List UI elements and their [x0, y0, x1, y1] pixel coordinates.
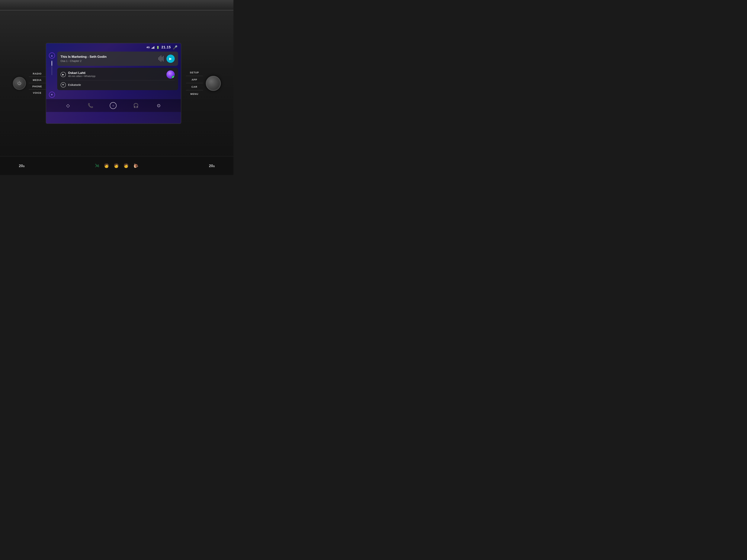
climate-bar: 20₀ 🌬 🧑 🧑 🧑 🐌 20₀ — [0, 156, 233, 175]
message-play-button[interactable]: ▶ — [61, 72, 66, 77]
signal-icon — [152, 46, 154, 49]
play-button[interactable]: ▶ — [166, 55, 175, 63]
left-knob-area — [13, 77, 29, 90]
message-sender: Oskari Lahti — [68, 71, 164, 75]
home-circle: ○ — [112, 104, 114, 107]
microphone-icon[interactable]: 🎤 — [173, 45, 178, 50]
seat-heat-passenger-icon[interactable]: 🧑 — [114, 163, 119, 168]
now-playing-info: This Is Marketing - Seth Godin Osa 1 - C… — [61, 55, 155, 62]
whatsapp-badge: ✓ — [172, 76, 175, 79]
message-info: Oskari Lahti 48 min sitten • WhatsApp — [68, 71, 164, 78]
media-button[interactable]: MEDIA — [29, 77, 46, 83]
fan-icon[interactable]: 🌬 — [95, 163, 99, 168]
setup-button[interactable]: SETUP — [186, 69, 203, 76]
wave-bar — [162, 57, 162, 61]
top-bezel — [0, 0, 233, 10]
dashboard: RADIO MEDIA PHONE VOICE 4G 🔋 — [0, 0, 233, 175]
car-unit: RADIO MEDIA PHONE VOICE 4G 🔋 — [0, 10, 233, 156]
headphones-icon[interactable]: 🎧 — [132, 101, 140, 110]
signal-bar-3 — [153, 47, 154, 49]
preview-eye-icon: 👁 — [61, 82, 66, 87]
scroll-down-area: ▼ — [46, 90, 181, 99]
infotainment-screen: 4G 🔋 21.15 🎤 ▲ — [46, 43, 181, 124]
phone-button[interactable]: PHONE — [29, 84, 46, 89]
cards-area: This Is Marketing - Seth Godin Osa 1 - C… — [57, 52, 178, 90]
left-nav: RADIO MEDIA PHONE VOICE — [29, 71, 46, 96]
volume-knob-right[interactable] — [206, 76, 221, 91]
contact-avatar: ✓ — [166, 70, 175, 79]
screen-content: ▲ This Is Marketing - Seth Godin Osa 1 -… — [46, 52, 181, 90]
phone-nav-icon[interactable]: 📞 — [86, 101, 95, 110]
network-indicator: 4G — [147, 46, 150, 49]
power-knob-left[interactable] — [13, 77, 26, 90]
wave-bar — [159, 56, 160, 61]
wave-bar — [163, 56, 163, 61]
right-nav: SETUP APP CAR MENU — [186, 69, 203, 97]
home-icon[interactable]: ○ — [110, 102, 117, 109]
message-row: ▶ Oskari Lahti 48 min sitten • WhatsApp … — [61, 70, 175, 79]
now-playing-card[interactable]: This Is Marketing - Seth Godin Osa 1 - C… — [57, 52, 178, 66]
right-temperature[interactable]: 20₀ — [209, 163, 215, 168]
status-bar: 4G 🔋 21.15 🎤 — [46, 43, 181, 52]
navigation-icon[interactable]: ◇ — [65, 101, 71, 110]
bottom-nav-bar: ◇ 📞 ○ 🎧 ⊙ — [46, 99, 181, 112]
battery-icon: 🔋 — [156, 46, 159, 49]
signal-bar-1 — [152, 48, 152, 49]
waveform-visualization — [158, 55, 163, 62]
signal-bar-2 — [152, 47, 153, 49]
rear-passenger-icon[interactable]: 🧑 — [124, 163, 129, 168]
wave-bar — [161, 55, 161, 62]
preview-row: 👁 Esikatsele — [61, 80, 175, 87]
right-knob-area — [203, 76, 221, 91]
app-button[interactable]: APP — [186, 76, 203, 83]
eco-icon[interactable]: 🐌 — [133, 163, 138, 168]
scroll-down-button[interactable]: ▼ — [49, 91, 55, 98]
screen-wrapper: 4G 🔋 21.15 🎤 ▲ — [46, 43, 181, 124]
message-meta: 48 min sitten • WhatsApp — [68, 75, 164, 78]
now-playing-title: This Is Marketing - Seth Godin — [61, 55, 155, 59]
radio-button[interactable]: RADIO — [29, 71, 46, 77]
seat-heat-driver-icon[interactable]: 🧑 — [104, 163, 109, 168]
wave-bar — [158, 57, 159, 60]
recent-apps-icon[interactable]: ⊙ — [155, 101, 162, 110]
signal-bar-4 — [154, 46, 154, 49]
time-display: 21.15 — [161, 45, 171, 49]
menu-button[interactable]: MENU — [186, 91, 203, 97]
car-button[interactable]: CAR — [186, 84, 203, 90]
scroll-up-button[interactable]: ▲ — [49, 53, 55, 58]
climate-icons: 🌬 🧑 🧑 🧑 🐌 — [95, 163, 138, 168]
scroll-bar-area: ▲ — [49, 52, 55, 90]
voice-button[interactable]: VOICE — [29, 90, 46, 96]
scroll-track — [52, 60, 52, 75]
left-temperature[interactable]: 20₀ — [19, 163, 24, 168]
preview-label[interactable]: Esikatsele — [68, 83, 81, 86]
now-playing-subtitle: Osa 1 - Chapter 2 — [61, 59, 155, 62]
scroll-thumb — [52, 61, 52, 66]
message-card[interactable]: ▶ Oskari Lahti 48 min sitten • WhatsApp … — [57, 68, 178, 90]
